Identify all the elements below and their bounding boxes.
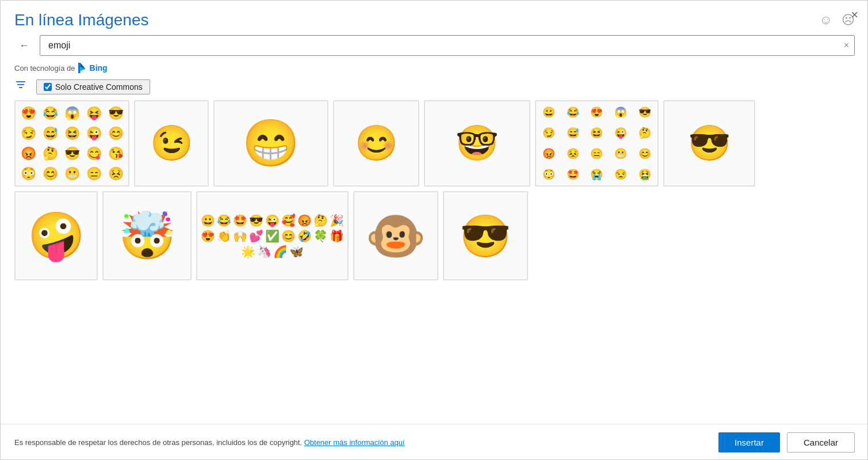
filter-bar: Solo Creative Commons xyxy=(1,77,868,100)
image-cell-r1c5[interactable]: 🤓 xyxy=(424,100,530,187)
image-cell-r2c3[interactable]: 😀 😂 🤩 😎 😜 🥰 😡 🤔 🎉 😍 👏 🙌 💕 ✅ 😊 🤣 xyxy=(196,191,349,280)
title-bar: En línea Imágenes ☺ ☹ xyxy=(1,1,868,35)
title-icons: ☺ ☹ xyxy=(820,13,855,28)
powered-by-text: Con tecnología de xyxy=(14,64,75,73)
image-cell-r2c2[interactable]: 🤯 xyxy=(102,191,192,280)
filter-icon xyxy=(14,79,27,94)
footer-buttons: Insertar Cancelar xyxy=(718,432,855,453)
image-cell-r1c4[interactable]: 😊 xyxy=(333,100,419,187)
search-input[interactable] xyxy=(40,35,855,56)
footer: Es responsable de respetar los derechos … xyxy=(1,424,868,460)
image-cell-r1c1[interactable]: 😍😂😱😝😎 😏😅😆😜😊 😡🤔😎😋😘 😳😊😬😑😣 xyxy=(14,100,129,187)
search-input-wrap: × xyxy=(40,35,855,56)
close-button[interactable]: × xyxy=(851,7,858,22)
image-cell-r2c1[interactable]: 🤪 xyxy=(14,191,98,280)
dialog: × En línea Imágenes ☺ ☹ ← × Con tecnolog… xyxy=(1,1,868,460)
powered-by: Con tecnología de Bing xyxy=(1,60,868,77)
image-cell-r1c3[interactable]: 😁 xyxy=(213,100,328,187)
image-cell-r2c4[interactable]: 🐵 xyxy=(353,191,438,280)
back-button[interactable]: ← xyxy=(14,37,34,54)
bing-logo: Bing xyxy=(78,63,108,73)
svg-rect-0 xyxy=(78,63,81,73)
insert-button[interactable]: Insertar xyxy=(718,432,780,453)
dialog-title: En línea Imágenes xyxy=(14,11,149,29)
search-bar: ← × xyxy=(1,35,868,56)
image-cell-r1c2[interactable]: 😉 xyxy=(134,100,209,187)
footer-disclaimer: Es responsable de respetar los derechos … xyxy=(14,438,302,447)
image-cell-r1c6[interactable]: 😀😂😍😱😎 😏😅😆😜🤔 😡😣😑😬😊 😳🤩😭😒🤮 xyxy=(535,100,659,187)
creative-commons-label: Solo Creative Commons xyxy=(55,82,143,92)
image-row-2: 🤪 🤯 😀 😂 🤩 😎 😜 🥰 😡 🤔 🎉 😍 xyxy=(14,191,855,280)
search-clear-button[interactable]: × xyxy=(844,40,849,51)
image-row-1: 😍😂😱😝😎 😏😅😆😜😊 😡🤔😎😋😘 😳😊😬😑😣 😉 😁 😊 xyxy=(14,100,855,187)
smile-icon: ☺ xyxy=(820,13,832,28)
image-cell-r1c7[interactable]: 😎 xyxy=(663,100,755,187)
footer-text: Es responsable de respetar los derechos … xyxy=(14,438,718,447)
image-cell-r2c5[interactable]: 😎 xyxy=(443,191,528,280)
bing-text: Bing xyxy=(90,63,108,73)
creative-commons-filter[interactable]: Solo Creative Commons xyxy=(36,79,150,94)
images-grid: 😍😂😱😝😎 😏😅😆😜😊 😡🤔😎😋😘 😳😊😬😑😣 😉 😁 😊 xyxy=(1,100,868,424)
footer-link[interactable]: Obtener más información aquí xyxy=(304,438,405,447)
creative-commons-checkbox[interactable] xyxy=(44,83,52,91)
cancel-button[interactable]: Cancelar xyxy=(787,432,855,453)
